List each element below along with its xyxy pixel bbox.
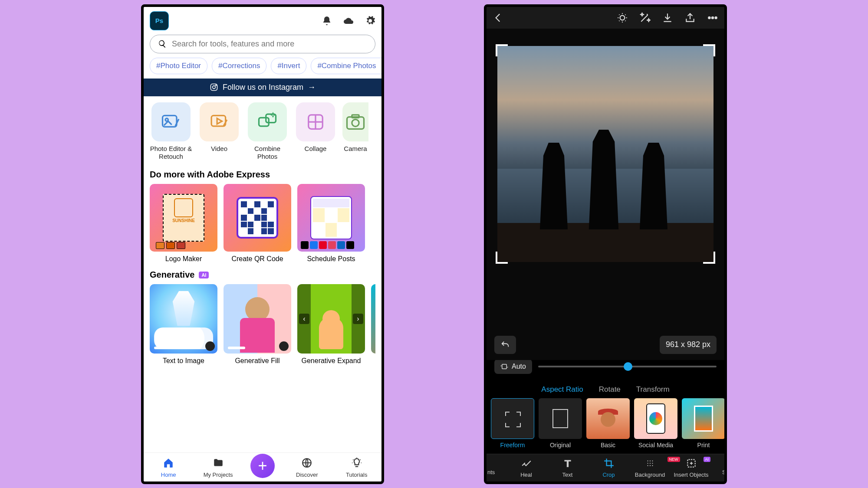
ratio-freeform[interactable]: Freeform bbox=[491, 398, 534, 449]
card-schedule-posts[interactable]: Schedule Posts bbox=[297, 184, 365, 263]
tool-crop[interactable]: Crop bbox=[588, 458, 629, 478]
card-text-to-image[interactable]: Text to Image bbox=[150, 284, 217, 365]
crop-handle-br[interactable] bbox=[703, 252, 715, 264]
svg-point-15 bbox=[620, 15, 625, 20]
chevron-right-icon: › bbox=[353, 314, 363, 324]
photo-preview[interactable] bbox=[497, 46, 713, 262]
dimensions-readout: 961 x 982 px bbox=[660, 336, 717, 354]
generative-title: Generative bbox=[150, 270, 194, 280]
chevron-left-icon: ‹ bbox=[299, 314, 309, 324]
tool-cut-partial-right[interactable]: Sw bbox=[712, 458, 727, 478]
card-qr-code[interactable]: Create QR Code bbox=[224, 184, 291, 263]
slider-thumb[interactable] bbox=[624, 362, 632, 371]
bell-icon[interactable] bbox=[322, 16, 332, 26]
auto-icon bbox=[500, 363, 508, 370]
svg-point-23 bbox=[647, 462, 648, 463]
auto-button[interactable]: Auto bbox=[494, 359, 532, 374]
svg-point-18 bbox=[715, 16, 717, 18]
plus-icon: + bbox=[258, 457, 267, 475]
tab-aspect-ratio[interactable]: Aspect Ratio bbox=[541, 385, 583, 394]
svg-rect-19 bbox=[502, 364, 507, 369]
ratio-original[interactable]: Original bbox=[539, 398, 582, 449]
tool-row: Photo Editor & Retouch Video Combine Pho… bbox=[144, 96, 381, 163]
more-icon[interactable] bbox=[707, 12, 718, 23]
nav-projects[interactable]: My Projects bbox=[201, 457, 236, 478]
svg-point-12 bbox=[352, 119, 359, 126]
svg-point-22 bbox=[652, 460, 653, 461]
tool-background[interactable]: NEW Background bbox=[629, 458, 671, 478]
crop-handle-tr[interactable] bbox=[703, 44, 715, 56]
share-icon[interactable] bbox=[684, 12, 696, 23]
search-icon bbox=[158, 39, 167, 48]
chip-combine[interactable]: #Combine Photos bbox=[311, 58, 381, 74]
chip-corrections[interactable]: #Corrections bbox=[212, 58, 266, 74]
nav-home[interactable]: Home bbox=[151, 457, 186, 478]
background-icon bbox=[644, 458, 656, 469]
instagram-banner[interactable]: Follow us on Instagram → bbox=[144, 79, 381, 96]
photoshop-express-home: Ps #Photo Editor #Corrections #Invert #C… bbox=[141, 4, 384, 484]
editor-top-bar bbox=[487, 7, 724, 29]
tab-transform[interactable]: Transform bbox=[636, 385, 670, 394]
express-title: Do more with Adobe Express bbox=[144, 163, 381, 184]
svg-point-26 bbox=[647, 465, 648, 466]
chip-invert[interactable]: #Invert bbox=[271, 58, 306, 74]
tool-insert-objects[interactable]: AI Insert Objects bbox=[671, 458, 712, 478]
tool-combine[interactable]: Combine Photos bbox=[246, 102, 289, 161]
tool-cut-partial[interactable]: nts bbox=[487, 458, 506, 478]
instagram-text: Follow us on Instagram bbox=[223, 83, 303, 92]
tool-text[interactable]: Text bbox=[547, 458, 588, 478]
tool-collage[interactable]: Collage bbox=[294, 102, 337, 161]
idea-icon[interactable] bbox=[617, 12, 628, 23]
undo-button[interactable] bbox=[494, 336, 516, 354]
card-generative-fill[interactable]: Generative Fill bbox=[224, 284, 291, 365]
tab-rotate[interactable]: Rotate bbox=[599, 385, 621, 394]
tag-chips: #Photo Editor #Corrections #Invert #Comb… bbox=[144, 58, 381, 79]
top-bar: Ps bbox=[144, 7, 381, 33]
svg-point-28 bbox=[652, 465, 653, 466]
undo-dimensions-row: 961 x 982 px bbox=[487, 336, 724, 354]
download-icon[interactable] bbox=[662, 12, 673, 23]
crop-handle-bl[interactable] bbox=[496, 252, 508, 264]
bottom-nav: Home My Projects + Discover Tutorials bbox=[144, 452, 381, 481]
wand-icon[interactable] bbox=[639, 12, 651, 23]
photo-editor-crop: 961 x 982 px Auto Aspect Ratio Rotate Tr… bbox=[484, 4, 727, 484]
gear-icon[interactable] bbox=[365, 16, 375, 26]
svg-point-16 bbox=[708, 16, 710, 18]
search-input[interactable] bbox=[172, 39, 367, 49]
tool-camera[interactable]: Camera bbox=[342, 102, 368, 161]
crop-icon bbox=[603, 458, 615, 469]
nav-discover[interactable]: Discover bbox=[289, 457, 324, 478]
bottom-tools: nts Heal Text Crop NEW Background AI Ins… bbox=[487, 454, 724, 481]
svg-point-2 bbox=[216, 85, 217, 86]
ai-badge: AI bbox=[199, 272, 209, 278]
instagram-icon bbox=[210, 83, 218, 92]
ratio-social[interactable]: Social Media bbox=[634, 398, 677, 449]
tool-video[interactable]: Video bbox=[198, 102, 240, 161]
cloud-icon[interactable] bbox=[343, 16, 354, 26]
crop-handle-tl[interactable] bbox=[496, 44, 508, 56]
home-icon bbox=[163, 457, 174, 468]
ratio-basic[interactable]: Basic bbox=[586, 398, 630, 449]
card-partial[interactable] bbox=[371, 284, 375, 365]
card-logo-maker[interactable]: SUNSHINE Logo Maker bbox=[150, 184, 217, 263]
top-actions bbox=[322, 16, 375, 26]
svg-point-24 bbox=[649, 462, 650, 463]
ps-logo[interactable]: Ps bbox=[150, 11, 169, 30]
fab-add[interactable]: + bbox=[250, 454, 275, 478]
folder-icon bbox=[213, 457, 224, 468]
express-row: SUNSHINE Logo Maker Create QR Code Sched… bbox=[144, 184, 381, 263]
back-icon[interactable] bbox=[493, 12, 504, 23]
svg-point-17 bbox=[712, 16, 713, 18]
generative-row: Text to Image Generative Fill ‹› Generat… bbox=[144, 284, 381, 365]
search-bar[interactable] bbox=[150, 35, 375, 53]
tool-photo-editor[interactable]: Photo Editor & Retouch bbox=[150, 102, 192, 161]
svg-point-25 bbox=[652, 462, 653, 463]
nav-tutorials[interactable]: Tutorials bbox=[339, 457, 374, 478]
insert-icon bbox=[686, 458, 697, 469]
tool-heal[interactable]: Heal bbox=[506, 458, 547, 478]
ratio-print[interactable]: Print bbox=[682, 398, 724, 449]
canvas[interactable] bbox=[487, 29, 724, 360]
chip-photo-editor[interactable]: #Photo Editor bbox=[150, 58, 207, 74]
card-generative-expand[interactable]: ‹› Generative Expand bbox=[297, 284, 365, 365]
straighten-slider[interactable] bbox=[538, 366, 717, 367]
